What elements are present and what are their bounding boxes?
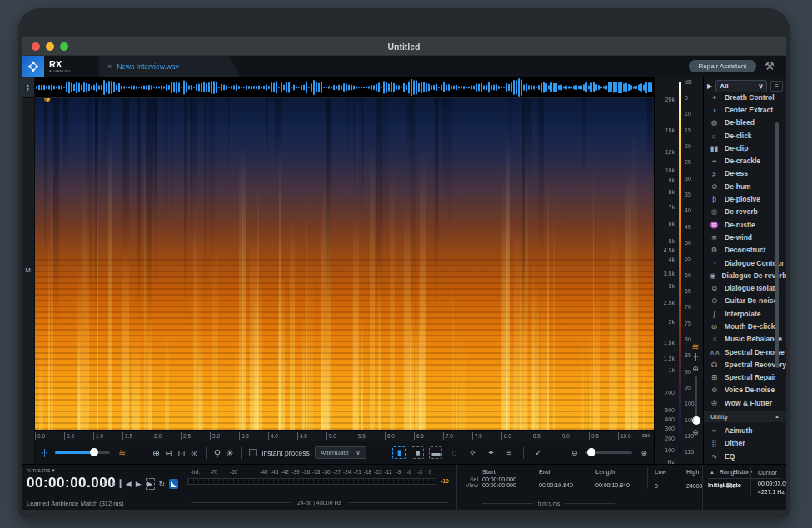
dark-streak bbox=[361, 98, 364, 242]
peak-readout[interactable]: -10 bbox=[441, 478, 449, 484]
module-item-de-reverb[interactable]: ◎De-reverb bbox=[704, 206, 786, 218]
module-label: De-click bbox=[725, 132, 752, 140]
freq-tick-8k: 8k bbox=[655, 188, 675, 194]
module-item-de-ess[interactable]: ʂDe-ess bbox=[704, 167, 786, 180]
module-menu-button[interactable]: ≡ bbox=[770, 81, 783, 92]
module-label: De-hum bbox=[725, 182, 751, 191]
module-item-dither[interactable]: ⣿Dither bbox=[704, 437, 786, 450]
return-to-start-button[interactable]: ▎◀ bbox=[120, 479, 132, 489]
time-tick: 7.0 bbox=[443, 432, 453, 440]
mini-spectrogram-icon[interactable]: ≋ bbox=[690, 341, 701, 352]
loop-button[interactable]: ↻ bbox=[159, 479, 166, 489]
chevron-down-icon[interactable]: ▼ bbox=[26, 87, 30, 92]
module-item-wow-flutter[interactable]: ✇Wow & Flutter bbox=[704, 396, 786, 409]
mini-waveform-icon[interactable]: ·|· bbox=[690, 352, 701, 361]
spectrogram-view-icon[interactable]: ≋ bbox=[118, 447, 126, 458]
horizontal-zoom-slider[interactable] bbox=[585, 451, 632, 454]
module-item-dialogue-contour[interactable]: ◔Dialogue Contour bbox=[704, 257, 786, 269]
channel-label[interactable]: M bbox=[22, 266, 34, 274]
db-tick-40: 40 bbox=[685, 207, 691, 213]
spectral-repair-icon: ⊞ bbox=[710, 373, 719, 381]
zoom-out-time-icon[interactable]: ⊖ bbox=[165, 447, 172, 459]
preview-play-icon[interactable]: ▶ bbox=[707, 82, 712, 90]
time-tick: 9.5 bbox=[589, 432, 599, 440]
module-item-spectral-recovery[interactable]: ☊Spectral Recovery bbox=[704, 358, 786, 371]
freq-tick-12k: 12k bbox=[655, 149, 675, 155]
view-value: 00:00:10.840 bbox=[595, 482, 650, 488]
time-format-selector[interactable]: h:m:s.ms ▾ bbox=[27, 467, 177, 474]
commit-check-icon[interactable]: ✓ bbox=[531, 446, 545, 459]
instant-process-checkbox[interactable] bbox=[249, 449, 257, 456]
module-item-de-crackle[interactable]: ≁De-crackle bbox=[704, 154, 786, 167]
magic-wand-tool[interactable]: ✦ bbox=[484, 446, 497, 459]
repair-assistant-button[interactable]: Repair Assistant bbox=[689, 60, 757, 72]
freq-tick-3.5k: 3.5k bbox=[655, 270, 675, 276]
play-selection-button[interactable]: ▶ bbox=[146, 478, 155, 490]
module-label: De-crackle bbox=[725, 157, 760, 165]
level-meter[interactable]: -10 bbox=[187, 478, 436, 485]
magnify-tool-icon[interactable]: ⚲ bbox=[214, 447, 221, 459]
db-tick-35: 35 bbox=[685, 191, 691, 197]
module-item-spectral-de-noise[interactable]: ∧∧Spectral De-noise bbox=[704, 346, 786, 358]
module-item-interpolate[interactable]: ∫Interpolate bbox=[704, 307, 786, 320]
app-window: Untitled RX ADVANCED × bbox=[22, 37, 786, 510]
module-item-eq[interactable]: ∿EQ bbox=[704, 450, 786, 462]
module-item-music-rebalance[interactable]: ♫Music Rebalance bbox=[704, 333, 786, 346]
playhead[interactable] bbox=[47, 98, 47, 430]
spectrogram[interactable] bbox=[35, 98, 654, 430]
lasso-selection-tool[interactable]: ◌ bbox=[447, 446, 461, 459]
grab-tool-icon[interactable]: ✳ bbox=[226, 447, 233, 459]
module-item-azimuth[interactable]: ≈Azimuth bbox=[704, 424, 786, 436]
horizontal-zoom-in-icon[interactable]: ⊕ bbox=[640, 447, 647, 459]
module-item-de-click[interactable]: ☼De-click bbox=[704, 129, 786, 142]
module-label: De-bleed bbox=[725, 118, 755, 127]
module-item-de-bleed[interactable]: ◍De-bleed bbox=[704, 117, 786, 129]
dark-streak bbox=[442, 98, 446, 206]
module-item-de-rustle[interactable]: ♒De-rustle bbox=[704, 218, 786, 231]
freq-tick-300: 300 bbox=[655, 426, 675, 431]
record-button[interactable]: ● bbox=[111, 479, 115, 489]
zoom-selection-icon[interactable]: ⊡ bbox=[177, 447, 185, 459]
file-tab[interactable]: × News Interview.wav bbox=[99, 56, 241, 77]
wave-spect-blend-slider[interactable] bbox=[55, 451, 110, 454]
time-selection-tool[interactable]: ▮ bbox=[392, 446, 406, 459]
module-item-voice-de-noise[interactable]: ⊚Voice De-noise bbox=[704, 384, 786, 396]
db-tick-85: 85 bbox=[685, 352, 691, 358]
module-item-guitar-de-noise[interactable]: ⊝Guitar De-noise bbox=[704, 295, 786, 307]
time-ruler[interactable]: sec 0.00.51.01.52.02.53.03.54.04.55.05.5… bbox=[35, 430, 654, 441]
output-monitor-toggle[interactable]: ◣ bbox=[169, 479, 178, 489]
module-item-dialogue-de-reverb[interactable]: ◉Dialogue De-reverb bbox=[704, 269, 786, 281]
module-item-deconstruct[interactable]: ⚙Deconstruct bbox=[704, 244, 786, 257]
play-button[interactable]: ▶ bbox=[136, 479, 142, 489]
repair-tools-icon[interactable]: ⚒ bbox=[765, 60, 775, 72]
module-item-de-wind[interactable]: ≋De-wind bbox=[704, 231, 786, 243]
zoom-in-time-icon[interactable]: ⊕ bbox=[152, 447, 160, 459]
meter-tick-21: -21 bbox=[353, 469, 361, 475]
monitor-headphones-icon[interactable]: ∩ bbox=[102, 479, 107, 489]
find-similar-tool[interactable]: ≡ bbox=[502, 446, 516, 459]
waveform-view-icon[interactable]: ·|· bbox=[42, 448, 47, 457]
module-item-center-extract[interactable]: ◑Center Extract bbox=[704, 103, 786, 116]
horizontal-zoom-out-icon[interactable]: ⊖ bbox=[571, 447, 578, 459]
module-item-breath-control[interactable]: ∻Breath Control bbox=[704, 91, 786, 103]
frequency-selection-tool[interactable]: ▬ bbox=[429, 446, 442, 459]
vertical-zoom-slider[interactable] bbox=[695, 376, 697, 422]
instant-process-mode-dropdown[interactable]: Attenuate ∨ bbox=[315, 446, 366, 459]
tab-close-icon[interactable]: × bbox=[107, 62, 112, 71]
module-item-de-clip[interactable]: ▮▮De-clip bbox=[704, 142, 786, 154]
module-label: Dialogue Isolate bbox=[725, 284, 779, 292]
module-item-dialogue-isolate[interactable]: ⊜Dialogue Isolate bbox=[704, 281, 786, 294]
module-item-de-hum[interactable]: ⊘De-hum bbox=[704, 180, 786, 192]
utility-section-header[interactable]: Utility▲ bbox=[704, 411, 786, 422]
dark-streak bbox=[184, 98, 188, 321]
module-item-mouth-de-click[interactable]: ωMouth De-click bbox=[704, 320, 786, 332]
module-list-scrollbar[interactable] bbox=[775, 122, 779, 368]
zoom-full-icon[interactable]: ⊛ bbox=[191, 447, 198, 459]
waveform-overview[interactable] bbox=[35, 77, 654, 98]
vertical-zoom-in-icon[interactable]: ⊕ bbox=[690, 363, 701, 375]
time-frequency-selection-tool[interactable]: ■ bbox=[411, 446, 424, 459]
brush-selection-tool[interactable]: ✧ bbox=[466, 446, 479, 459]
module-item-de-plosive[interactable]: ϸDe-plosive bbox=[704, 192, 786, 205]
overview-resize-control[interactable]: ▲ ▼ bbox=[22, 77, 34, 98]
module-item-spectral-repair[interactable]: ⊞Spectral Repair bbox=[704, 371, 786, 384]
